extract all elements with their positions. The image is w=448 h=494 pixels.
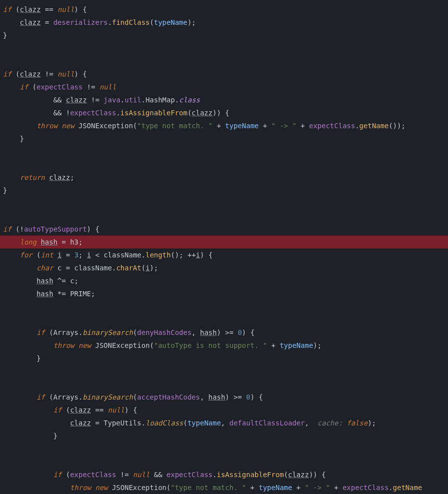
- pkg-util: util: [125, 96, 142, 104]
- keyword-if: if: [3, 70, 11, 78]
- var-i: i: [146, 264, 150, 272]
- code-line[interactable]: return clazz;: [3, 171, 445, 184]
- code-line[interactable]: if (clazz == null) {: [3, 3, 445, 16]
- keyword-null: null: [58, 5, 75, 13]
- class-literal: class: [179, 96, 200, 104]
- field-expectClass: expectClass: [70, 109, 116, 117]
- var-clazz: clazz: [20, 5, 41, 13]
- blank-line: [3, 158, 445, 171]
- highlighted-line[interactable]: long hash = h3;: [0, 236, 448, 248]
- code-editor[interactable]: if (clazz == null) { clazz = deserialize…: [0, 0, 448, 494]
- code-line[interactable]: }: [3, 29, 445, 42]
- var-clazz: clazz: [49, 173, 70, 181]
- class-HashMap: HashMap: [146, 96, 175, 104]
- keyword-if: if: [36, 329, 45, 336]
- keyword-new: new: [79, 341, 91, 349]
- param-typeName: typeName: [279, 341, 313, 349]
- code-line[interactable]: && clazz != java.util.HashMap.class: [3, 93, 445, 106]
- class-Arrays: Arrays: [53, 329, 79, 336]
- blank-line: [3, 197, 445, 210]
- blank-line: [3, 145, 445, 158]
- code-line[interactable]: if (clazz != null) {: [3, 68, 445, 81]
- keyword-if: if: [53, 406, 62, 414]
- var-hash: hash: [41, 238, 58, 246]
- keyword-new: new: [95, 484, 107, 492]
- code-line[interactable]: if (Arrays.binarySearch(denyHashCodes, h…: [3, 326, 445, 339]
- field-autoTypeSupport: autoTypeSupport: [24, 225, 87, 233]
- code-line[interactable]: }: [3, 132, 445, 145]
- class-JSONException: JSONException: [95, 341, 150, 349]
- code-line[interactable]: if (Arrays.binarySearch(acceptHashCodes,…: [3, 391, 445, 404]
- field-acceptHashCodes: acceptHashCodes: [137, 393, 200, 401]
- var-clazz: clazz: [191, 109, 212, 117]
- keyword-throw: throw: [70, 484, 91, 492]
- method-isAssignableFrom: isAssignableFrom: [217, 471, 284, 479]
- var-hash: hash: [200, 329, 217, 336]
- param-typeName: typeName: [259, 484, 292, 492]
- keyword-char: char: [36, 264, 53, 272]
- keyword-if: if: [3, 225, 11, 233]
- code-line[interactable]: for (int i = 3; i < className.length(); …: [3, 248, 445, 261]
- var-clazz: clazz: [66, 96, 87, 104]
- code-line[interactable]: clazz = TypeUtils.loadClass(typeName, de…: [3, 416, 445, 429]
- string-literal: "type not match. ": [171, 484, 246, 492]
- method-getName: getName: [393, 484, 422, 492]
- code-line[interactable]: if (!autoTypeSupport) {: [3, 223, 445, 236]
- var-className: className: [103, 251, 141, 259]
- keyword-long: long: [20, 238, 37, 246]
- class-JSONException: JSONException: [112, 484, 167, 492]
- field-denyHashCodes: denyHashCodes: [137, 329, 192, 336]
- field-expectClass: expectClass: [343, 484, 389, 492]
- var-clazz: clazz: [70, 419, 91, 427]
- code-line[interactable]: throw new JSONException("autoType is not…: [3, 339, 445, 352]
- code-line[interactable]: throw new JSONException("type not match.…: [3, 481, 445, 494]
- code-line[interactable]: }: [3, 429, 445, 442]
- keyword-if: if: [3, 5, 11, 13]
- method-length: length: [146, 251, 171, 259]
- field-expectClass: expectClass: [309, 122, 355, 130]
- code-line[interactable]: throw new JSONException("type not match.…: [3, 119, 445, 132]
- keyword-return: return: [20, 173, 45, 181]
- code-line[interactable]: }: [3, 184, 445, 197]
- var-hash: hash: [36, 290, 53, 298]
- keyword-new: new: [62, 122, 74, 130]
- code-line[interactable]: if (expectClass != null: [3, 81, 445, 93]
- keyword-int: int: [41, 251, 53, 259]
- keyword-throw: throw: [53, 341, 74, 349]
- keyword-if: if: [36, 393, 45, 401]
- var-clazz: clazz: [288, 471, 309, 479]
- field-expectClass: expectClass: [167, 471, 213, 479]
- blank-line: [3, 378, 445, 391]
- var-clazz: clazz: [20, 18, 41, 26]
- code-line[interactable]: hash *= PRIME;: [3, 287, 445, 300]
- class-JSONException: JSONException: [79, 122, 133, 130]
- code-line[interactable]: }: [3, 352, 445, 365]
- field-expectClass: expectClass: [36, 83, 83, 91]
- string-literal: "type not match. ": [137, 122, 213, 130]
- param-hint-cache: cache:: [317, 419, 343, 427]
- var-hash: hash: [208, 393, 225, 401]
- var-h3: h3: [70, 238, 79, 246]
- blank-line: [3, 365, 445, 378]
- class-Arrays: Arrays: [53, 393, 79, 401]
- string-literal: " -> ": [305, 484, 330, 492]
- code-line[interactable]: char c = className.charAt(i);: [3, 261, 445, 274]
- keyword-null: null: [99, 83, 116, 91]
- code-line[interactable]: hash ^= c;: [3, 274, 445, 287]
- code-line[interactable]: && !expectClass.isAssignableFrom(clazz))…: [3, 106, 445, 119]
- const-PRIME: PRIME: [70, 290, 91, 298]
- blank-line: [3, 455, 445, 468]
- field-defaultClassLoader: defaultClassLoader: [229, 419, 305, 427]
- keyword-null: null: [58, 70, 75, 78]
- var-i: i: [58, 251, 62, 259]
- method-binarySearch: binarySearch: [83, 329, 133, 336]
- field-expectClass: expectClass: [70, 471, 116, 479]
- blank-line: [3, 442, 445, 455]
- code-line[interactable]: if (clazz == null) {: [3, 404, 445, 416]
- method-getName: getName: [359, 122, 389, 130]
- code-line[interactable]: if (expectClass != null && expectClass.i…: [3, 468, 445, 481]
- method-isAssignableFrom: isAssignableFrom: [120, 109, 187, 117]
- code-line[interactable]: clazz = deserializers.findClass(typeName…: [3, 16, 445, 29]
- field-deserializers: deserializers: [53, 18, 108, 26]
- var-clazz: clazz: [70, 406, 91, 414]
